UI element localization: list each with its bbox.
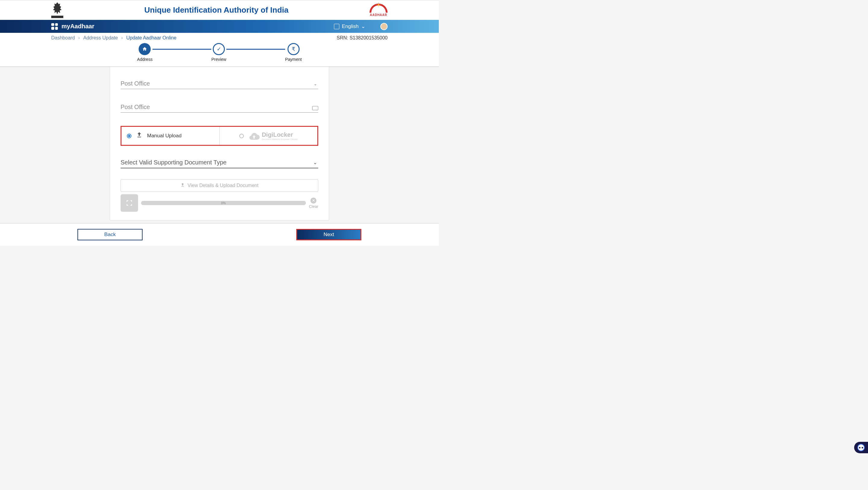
document-type-label: Select Valid Supporting Document Type (121, 159, 318, 168)
aadhaar-rays-icon (370, 4, 388, 13)
upload-icon (135, 131, 143, 140)
upload-progress-bar: 0% (141, 201, 306, 205)
emblem-icon (53, 2, 62, 15)
keyboard-icon[interactable] (312, 106, 318, 110)
upload-method-options: Manual Upload DigiLocker Document Wallet… (121, 126, 318, 146)
step-connector (226, 49, 285, 50)
cloud-icon (248, 131, 260, 141)
check-icon: ✓ (213, 43, 225, 55)
breadcrumb: Dashboard › Address Update › Update Aadh… (51, 35, 176, 41)
step-label: Preview (211, 57, 226, 62)
upload-progress-row: 0% ✕ Clear (121, 194, 318, 212)
post-office-input[interactable] (121, 102, 318, 112)
next-button[interactable]: Next (296, 229, 361, 240)
digilocker-logo: DigiLocker Document Wallet to Empower Ci… (248, 131, 298, 141)
breadcrumb-item[interactable]: Dashboard (51, 35, 75, 41)
chevron-down-icon: ⌄ (361, 23, 365, 30)
svg-point-0 (378, 4, 379, 6)
digilocker-label: DigiLocker (262, 131, 298, 138)
language-selector[interactable]: English ⌄ (334, 23, 365, 30)
user-avatar[interactable] (380, 23, 388, 30)
aadhaar-logo: AADHAAR (370, 4, 388, 17)
navbar: myAadhaar English ⌄ (0, 20, 439, 33)
manual-upload-label: Manual Upload (147, 133, 181, 139)
manual-upload-option[interactable]: Manual Upload (121, 127, 220, 145)
translate-icon (334, 24, 339, 29)
post-office-text-field[interactable] (121, 102, 318, 112)
top-header: Unique Identification Authority of India… (0, 0, 439, 20)
srn-label: SRN: S1382001535000 (337, 35, 388, 41)
breadcrumb-row: Dashboard › Address Update › Update Aadh… (0, 33, 439, 43)
india-emblem (51, 2, 63, 18)
back-button[interactable]: Back (78, 229, 143, 240)
address-form-card: ⌄ Manual Upload DigiLocker Docume (110, 67, 329, 221)
step-payment[interactable]: ₹ Payment (285, 43, 302, 62)
clear-label: Clear (309, 204, 318, 209)
step-preview[interactable]: ✓ Preview (211, 43, 226, 62)
apps-grid-icon[interactable] (51, 23, 58, 30)
step-label: Payment (285, 57, 302, 62)
post-office-dropdown[interactable] (121, 79, 318, 89)
emblem-base (51, 16, 63, 18)
breadcrumb-item-current: Update Aadhaar Online (126, 35, 176, 41)
chevron-down-icon: ⌄ (314, 81, 317, 86)
footer-actions: Back Next (0, 223, 439, 246)
step-label: Address (137, 57, 153, 62)
svg-rect-5 (137, 137, 141, 137)
nav-brand-area[interactable]: myAadhaar (51, 23, 94, 30)
radio-checked-icon[interactable] (127, 134, 131, 138)
step-address[interactable]: Address (137, 43, 153, 62)
view-upload-button[interactable]: View Details & Upload Document (121, 179, 318, 192)
radio-unchecked-icon[interactable] (239, 134, 244, 138)
progress-percent: 0% (221, 201, 226, 205)
close-icon: ✕ (310, 198, 316, 204)
breadcrumb-item[interactable]: Address Update (83, 35, 118, 41)
content-area: ⌄ Manual Upload DigiLocker Docume (0, 67, 439, 229)
aadhaar-logo-text: AADHAAR (370, 13, 387, 17)
expand-fullscreen-button[interactable] (121, 194, 138, 212)
document-type-select[interactable]: Select Valid Supporting Document Type ⌄ (121, 159, 318, 168)
chevron-right-icon: › (121, 36, 123, 40)
post-office-select[interactable]: ⌄ (121, 79, 318, 89)
upload-button-label: View Details & Upload Document (187, 183, 258, 188)
chevron-down-icon: ⌄ (313, 160, 317, 165)
rupee-icon: ₹ (287, 43, 300, 55)
stepper: Address ✓ Preview ₹ Payment (0, 43, 439, 67)
step-connector (153, 49, 211, 50)
clear-upload-button[interactable]: ✕ Clear (309, 198, 318, 209)
digilocker-option[interactable]: DigiLocker Document Wallet to Empower Ci… (220, 127, 318, 145)
svg-rect-6 (181, 186, 184, 187)
upload-icon (180, 183, 185, 189)
expand-icon (126, 199, 133, 206)
home-icon (138, 43, 151, 55)
chevron-right-icon: › (79, 36, 80, 40)
page-org-title: Unique Identification Authority of India (144, 5, 289, 15)
language-label: English (342, 24, 359, 30)
digilocker-tagline: Document Wallet to Empower Citizens (262, 138, 298, 140)
brand-name: myAadhaar (61, 23, 94, 30)
